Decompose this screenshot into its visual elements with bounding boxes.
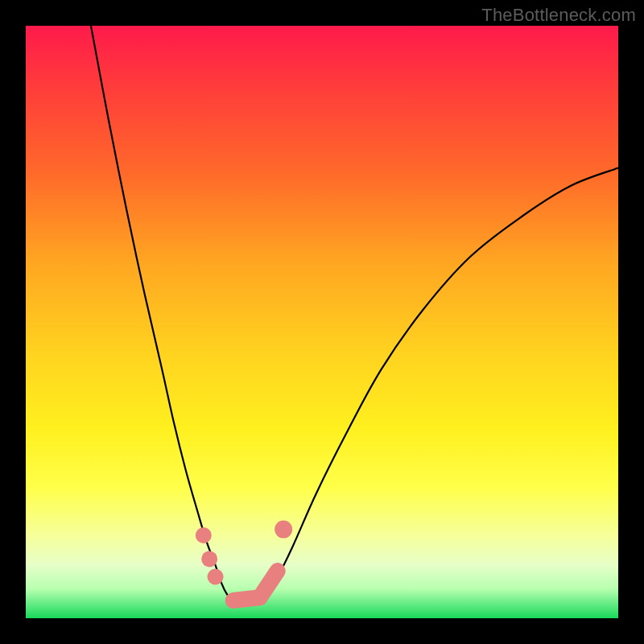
chart-frame: TheBottleneck.com [0, 0, 644, 644]
highlight-dot [201, 551, 217, 567]
highlight-dot [275, 521, 292, 539]
highlight-dot [208, 568, 224, 584]
right-branch-curve [262, 168, 618, 601]
watermark-text: TheBottleneck.com [481, 5, 636, 26]
left-branch-curve [91, 26, 233, 601]
highlight-seg [260, 571, 278, 597]
highlight-dots [196, 521, 292, 601]
highlight-dot [196, 527, 212, 543]
curve-layer [26, 26, 618, 618]
